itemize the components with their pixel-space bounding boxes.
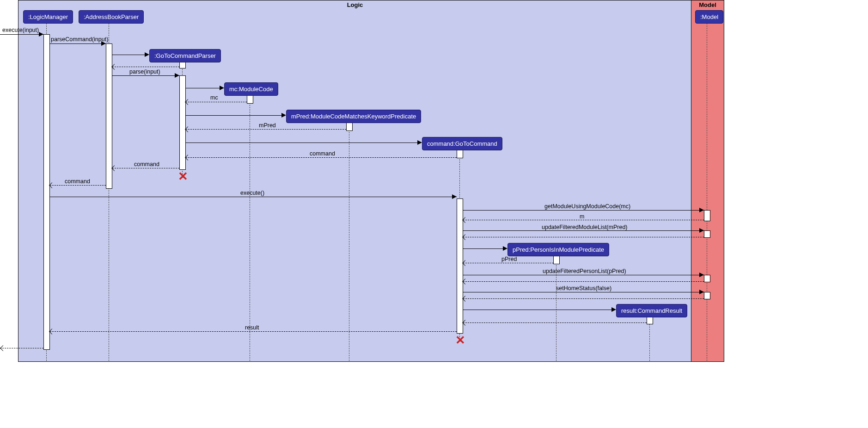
label-return-command3: command xyxy=(65,178,90,185)
arrow-execute-input xyxy=(0,34,43,35)
arrow-return-result xyxy=(50,331,457,332)
arrow-create-gotoparser xyxy=(112,55,148,55)
module-code-head: mc:ModuleCode xyxy=(224,82,278,96)
goto-command-activation-1 xyxy=(457,150,463,158)
arrow-parsecommand xyxy=(50,43,106,44)
arrowhead-create-mpred xyxy=(281,113,286,118)
arrow-return-createresult xyxy=(463,323,647,323)
arrowhead-final-return xyxy=(0,345,6,351)
label-updatemodule: updateFilteredModuleList(mPred) xyxy=(542,224,628,230)
label-parse-input: parse(input) xyxy=(129,68,160,75)
addressbook-parser-head: :AddressBookParser xyxy=(79,10,144,24)
command-result-activation xyxy=(647,317,653,324)
arrow-updateperson xyxy=(463,275,704,275)
arrowhead-updatemodule xyxy=(699,228,704,233)
module-code-activation xyxy=(247,95,253,104)
arrow-return-updateperson xyxy=(463,281,704,282)
sequence-diagram: Logic Model :LogicManager :AddressBookPa… xyxy=(0,0,868,428)
arrow-getmodule xyxy=(463,210,704,211)
label-execute-input: execute(input) xyxy=(2,27,39,33)
arrow-final-return xyxy=(0,348,43,348)
arrowhead-create-gotoparser xyxy=(145,52,149,57)
arrow-return-ppred xyxy=(463,263,553,263)
mpred-activation xyxy=(346,123,353,131)
arrow-execute xyxy=(50,197,457,197)
arrowhead-create-result xyxy=(611,307,616,312)
model-head: :Model xyxy=(695,10,723,24)
command-result-head: result:CommandResult xyxy=(616,304,687,317)
label-return-mc: mc xyxy=(210,94,218,101)
arrow-create-mc xyxy=(186,88,224,88)
arrowhead-updateperson xyxy=(699,273,704,277)
goto-command-activation-2 xyxy=(457,198,463,334)
destroy-gotocmd-icon: ✕ xyxy=(455,333,465,347)
arrowhead-parse-input xyxy=(175,73,179,78)
arrow-return-command2 xyxy=(112,168,179,168)
arrow-return-m xyxy=(463,220,704,220)
arrow-return-sethome xyxy=(463,298,704,299)
label-sethome: setHomeStatus(false) xyxy=(556,285,611,292)
goto-command-parser-head: :GoToCommandParser xyxy=(149,49,221,62)
arrowhead-execute-input xyxy=(39,32,43,37)
arrow-return-updatemodule xyxy=(463,237,704,237)
addressbook-parser-activation xyxy=(106,43,112,189)
model-activation-1 xyxy=(704,210,710,221)
label-execute: execute() xyxy=(240,190,264,196)
model-activation-3 xyxy=(704,275,710,282)
module-code-lifeline xyxy=(250,95,250,361)
arrow-create-gotocmd xyxy=(186,143,422,143)
arrowhead-create-mc xyxy=(220,86,224,90)
arrowhead-create-gotocmd xyxy=(417,140,422,145)
model-activation-2 xyxy=(704,230,710,238)
arrow-return-mc xyxy=(186,102,247,102)
label-return-result: result xyxy=(245,324,259,331)
arrow-return-gotoparser xyxy=(112,67,179,67)
model-activation-4 xyxy=(704,292,710,299)
arrow-return-mpred xyxy=(186,129,346,130)
label-return-mpred: mPred xyxy=(259,122,276,129)
arrow-create-mpred xyxy=(186,115,285,116)
gotoparser-activation-2 xyxy=(179,75,186,170)
destroy-gotoparser-icon: ✕ xyxy=(178,169,188,184)
logic-manager-activation xyxy=(43,34,50,350)
arrow-sethome xyxy=(463,292,704,292)
label-return-command2: command xyxy=(134,161,159,167)
label-return-m: m xyxy=(580,213,584,220)
arrowhead-getmodule xyxy=(699,208,704,212)
label-return-ppred: pPred xyxy=(501,256,517,262)
arrow-parse-input xyxy=(112,75,179,76)
label-return-command1: command xyxy=(310,150,335,157)
label-parsecommand: parseCommand(input) xyxy=(51,36,108,43)
goto-command-head: command:GoToCommand xyxy=(422,137,502,150)
logic-title: Logic xyxy=(18,1,691,8)
gotoparser-activation-1 xyxy=(179,62,186,68)
label-updateperson: updateFilteredPersonList(pPred) xyxy=(543,268,626,274)
arrow-return-command3 xyxy=(50,185,106,186)
ppred-head: pPred:PersonIsInModulePredicate xyxy=(507,243,609,256)
arrowhead-sethome xyxy=(699,290,704,294)
mpred-head: mPred:ModuleCodeMatchesKeywordPredicate xyxy=(286,110,421,123)
arrow-create-ppred xyxy=(463,248,507,249)
logic-manager-head: :LogicManager xyxy=(23,10,73,24)
arrow-updatemodule xyxy=(463,230,704,231)
arrowhead-execute xyxy=(452,194,457,199)
ppred-activation xyxy=(553,256,560,264)
mpred-lifeline xyxy=(349,123,349,361)
arrow-create-result xyxy=(463,310,616,310)
model-lifeline xyxy=(707,23,707,361)
arrow-return-command1 xyxy=(186,157,457,158)
label-getmodule: getModuleUsingModuleCode(mc) xyxy=(544,203,630,210)
arrowhead-create-ppred xyxy=(503,246,507,251)
model-region: Model xyxy=(691,0,724,362)
model-title: Model xyxy=(691,1,724,8)
